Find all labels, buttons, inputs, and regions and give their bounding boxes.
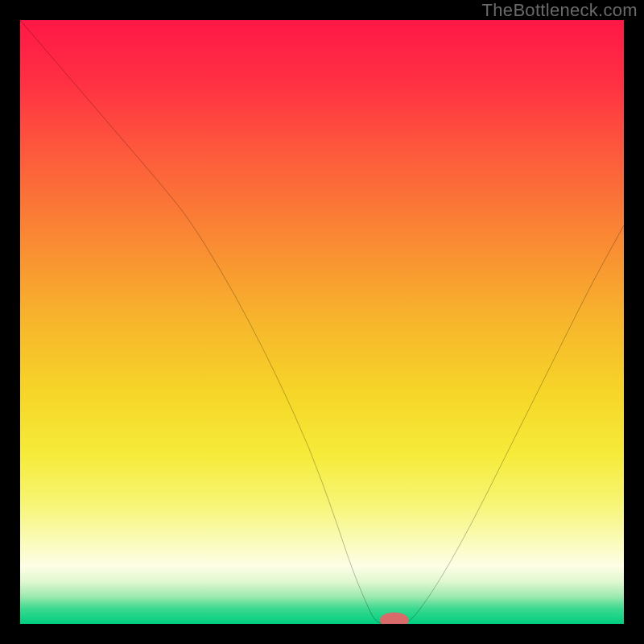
gradient-rect (20, 20, 624, 624)
watermark-text: TheBottleneck.com (482, 0, 638, 21)
chart-svg (20, 20, 624, 624)
plot-area (20, 20, 624, 624)
chart-frame: TheBottleneck.com (0, 0, 644, 644)
